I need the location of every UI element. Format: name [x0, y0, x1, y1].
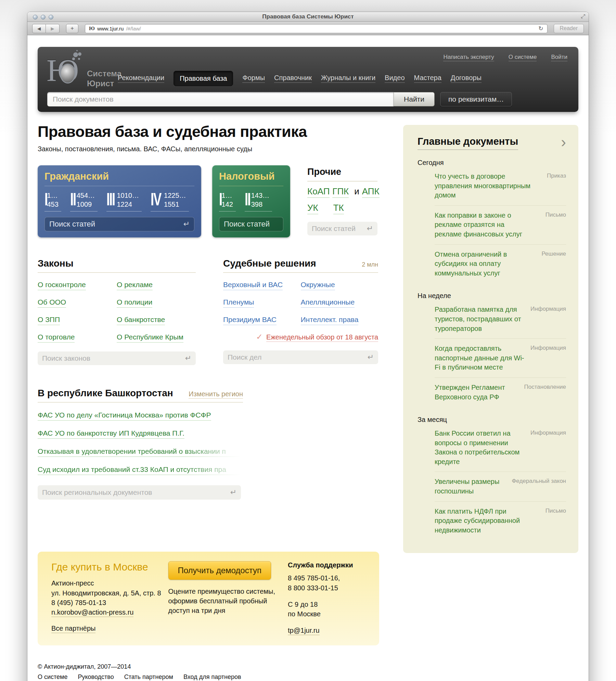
- company-email-link[interactable]: n.korobov@action-press.ru: [51, 608, 133, 617]
- link-write-expert[interactable]: Написать эксперту: [443, 54, 494, 61]
- volume-link-2[interactable]: II 143…398: [245, 191, 272, 211]
- volume-link-1[interactable]: I 1…142: [219, 191, 236, 211]
- article-from: 143…: [251, 192, 269, 199]
- footer-link-become-partner[interactable]: Стать партнером: [124, 673, 173, 681]
- nav-forms[interactable]: Формы: [242, 74, 265, 83]
- support-title: Служба поддержки: [288, 561, 365, 569]
- all-partners-link[interactable]: Все партнёры: [51, 625, 95, 633]
- browser-window: Правовая база Системы Юрист ⤢ ◀ ▶ + Ю ww…: [27, 12, 589, 681]
- document-type-tag: Письмо: [541, 507, 566, 514]
- law-link[interactable]: О полиции: [117, 298, 152, 308]
- law-link[interactable]: О рекламе: [117, 281, 153, 290]
- cases-search-input[interactable]: [228, 353, 365, 361]
- close-window-button[interactable]: [33, 15, 38, 20]
- minimize-window-button[interactable]: [41, 15, 46, 20]
- court-link[interactable]: Окружные: [301, 281, 335, 290]
- support-email-link[interactable]: tp@1jur.ru: [288, 627, 320, 635]
- nav-reference[interactable]: Справочник: [274, 74, 312, 83]
- document-link[interactable]: Когда предоставлять паспортные данные дл…: [435, 344, 526, 372]
- document-type-tag: Федеральный закон: [508, 477, 566, 485]
- court-link[interactable]: Апелляционные: [301, 298, 355, 308]
- volume-link-2[interactable]: II 454…1009: [70, 191, 98, 211]
- weekly-review-link[interactable]: Еженедельный обзор от 18 августа: [266, 333, 378, 342]
- new-tab-button[interactable]: +: [66, 24, 78, 33]
- roman-numeral: II: [70, 191, 76, 208]
- nav-contracts[interactable]: Договоры: [451, 74, 482, 83]
- address-bar[interactable]: Ю www.1jur.ru /#/law/ ↻: [85, 24, 548, 33]
- volume-link-4[interactable]: IV 1225…1551: [151, 191, 189, 211]
- footer-link-partner-login[interactable]: Вход для партнеров: [183, 673, 241, 681]
- article-from: 1…: [47, 192, 57, 199]
- link-login[interactable]: Войти: [551, 54, 567, 61]
- document-link[interactable]: Разработана памятка для туристов, постра…: [435, 305, 526, 333]
- footer-link-guide[interactable]: Руководство: [78, 673, 114, 681]
- document-link[interactable]: Банк России ответил на вопросы о примене…: [435, 429, 526, 466]
- document-link[interactable]: Как поправки в законе о рекламе отразятс…: [435, 211, 532, 239]
- sidebar-group-week: На неделе: [418, 292, 566, 300]
- law-link[interactable]: О торговле: [38, 333, 75, 343]
- court-header: Судебные решения 2 млн: [223, 258, 378, 273]
- volume-link-1[interactable]: I 1…453: [44, 191, 61, 211]
- law-link[interactable]: О ЗПП: [38, 316, 60, 325]
- reader-button[interactable]: Reader: [554, 24, 584, 33]
- site-logo[interactable]: Ю Система Юрист: [47, 54, 121, 92]
- tax-code-card: Налоговый I 1…142 II 143…398: [212, 165, 290, 237]
- court-link[interactable]: Верховный и ВАС: [223, 281, 283, 290]
- buy-title: Где купить в Москве: [51, 561, 162, 573]
- link-gpk[interactable]: ГПК: [332, 186, 349, 198]
- tax-articles-search: ↵: [219, 217, 283, 231]
- document-search-input[interactable]: [47, 92, 394, 106]
- link-uk[interactable]: УК: [307, 203, 318, 214]
- region-document-link[interactable]: Отказывая в удовлетворении требований о …: [38, 447, 243, 457]
- enter-icon: ↵: [367, 224, 373, 233]
- court-link[interactable]: Интеллект. права: [301, 316, 359, 325]
- sidebar-header: Главные документы ›: [418, 136, 566, 150]
- regional-documents-search-input[interactable]: [42, 488, 228, 497]
- nav-video[interactable]: Видео: [385, 74, 405, 83]
- document-link[interactable]: Утвержден Регламент Верховного суда РФ: [435, 383, 520, 402]
- region-document-link[interactable]: ФАС УО по делу «Гостиница Москва» против…: [38, 411, 211, 421]
- civil-articles-search-input[interactable]: [49, 220, 181, 229]
- browser-toolbar: ◀ ▶ + Ю www.1jur.ru /#/law/ ↻ Reader: [27, 22, 589, 35]
- document-type-tag: Решение: [538, 250, 566, 257]
- forward-button[interactable]: ▶: [46, 24, 60, 33]
- link-koap[interactable]: КоАП: [307, 186, 330, 198]
- law-link[interactable]: О Республике Крым: [117, 333, 183, 343]
- link-about-system[interactable]: О системе: [509, 54, 537, 61]
- law-link[interactable]: О госконтроле: [38, 281, 86, 290]
- zoom-window-button[interactable]: [49, 15, 53, 20]
- document-link[interactable]: Как платить НДФЛ при продаже субсидирова…: [435, 507, 532, 535]
- site-header: Ю Система Юрист Написать эксперту О сист…: [38, 47, 578, 112]
- by-requisites-button[interactable]: по реквизитам…: [440, 92, 512, 106]
- nav-recommendations[interactable]: Рекомендации: [118, 74, 164, 83]
- main-documents-sidebar: Главные документы › Сегодня Что учесть в…: [403, 125, 578, 553]
- document-link[interactable]: Что учесть в договоре управления многокв…: [435, 172, 532, 200]
- sidebar-group-month-items: Банк России ответил на вопросы о примене…: [435, 424, 566, 540]
- get-demo-button[interactable]: Получить демодоступ: [168, 561, 271, 580]
- document-link[interactable]: Увеличены размеры госпошлины: [435, 477, 508, 496]
- change-region-link[interactable]: Изменить регион: [189, 390, 243, 399]
- volume-link-3[interactable]: III 1010…1224: [106, 191, 142, 211]
- find-button[interactable]: Найти: [394, 92, 435, 106]
- court-link[interactable]: Пленумы: [223, 298, 254, 308]
- court-link[interactable]: Президиум ВАС: [223, 316, 277, 325]
- other-articles-search-input[interactable]: [312, 224, 364, 233]
- nav-masters[interactable]: Мастера: [414, 74, 441, 83]
- region-document-link[interactable]: ФАС УО по банкротству ИП Кудрявцева П.Г.: [38, 429, 184, 439]
- back-button[interactable]: ◀: [32, 24, 46, 33]
- nav-journals-books[interactable]: Журналы и книги: [321, 74, 375, 83]
- document-link[interactable]: Отмена ограничений в субсидиях на оплату…: [435, 250, 532, 278]
- resize-icon[interactable]: ⤢: [581, 13, 585, 20]
- footer-link-about[interactable]: О системе: [38, 673, 68, 681]
- refresh-icon[interactable]: ↻: [538, 25, 543, 32]
- nav-legal-base[interactable]: Правовая база: [174, 71, 233, 86]
- region-document-link[interactable]: Суд исходил из требований ст.33 КоАП и о…: [38, 465, 243, 475]
- link-tk[interactable]: ТК: [333, 203, 344, 214]
- company-name: Актион-пресс: [51, 578, 162, 588]
- chevron-right-icon[interactable]: ›: [557, 136, 566, 148]
- document-type-tag: Постановление: [520, 383, 566, 390]
- law-link[interactable]: Об ООО: [38, 298, 66, 308]
- link-apk[interactable]: АПК: [362, 186, 380, 198]
- law-link[interactable]: О банкротстве: [117, 316, 165, 325]
- laws-search-input[interactable]: [42, 354, 182, 362]
